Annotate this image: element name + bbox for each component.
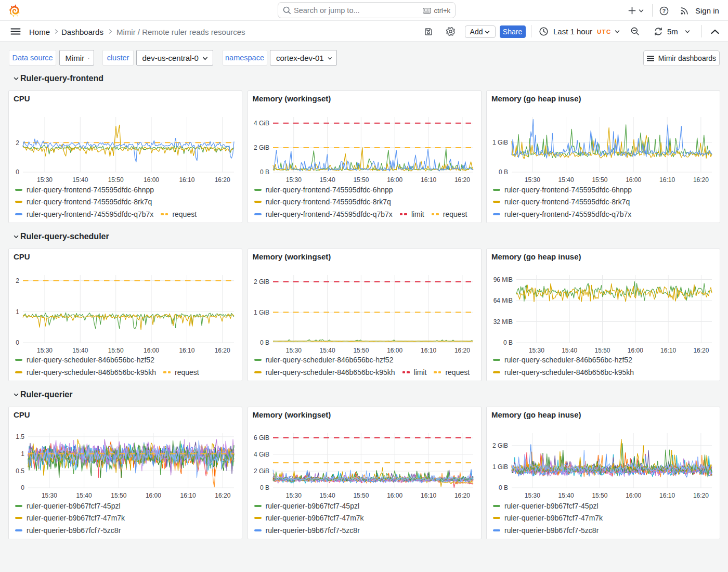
svg-text:16:10: 16:10 xyxy=(659,492,675,499)
svg-text:16:20: 16:20 xyxy=(454,176,470,184)
svg-text:16:20: 16:20 xyxy=(215,347,230,354)
svg-text:4 GiB: 4 GiB xyxy=(253,120,269,127)
svg-text:15:50: 15:50 xyxy=(353,492,369,499)
svg-text:16:00: 16:00 xyxy=(144,347,159,354)
svg-text:0: 0 xyxy=(21,484,24,491)
svg-text:2 GiB: 2 GiB xyxy=(253,278,269,285)
svg-text:16:00: 16:00 xyxy=(387,347,402,354)
svg-text:2 GiB: 2 GiB xyxy=(492,442,508,449)
svg-text:16:20: 16:20 xyxy=(215,176,230,184)
svg-text:15:40: 15:40 xyxy=(558,176,574,184)
svg-text:15:30: 15:30 xyxy=(285,492,301,499)
svg-text:16:10: 16:10 xyxy=(179,176,194,184)
svg-text:16:00: 16:00 xyxy=(387,176,402,184)
svg-text:15:30: 15:30 xyxy=(37,176,53,184)
svg-text:1.5: 1.5 xyxy=(16,433,24,440)
svg-text:15:50: 15:50 xyxy=(353,347,369,354)
svg-text:0 B: 0 B xyxy=(259,484,269,491)
svg-text:15:30: 15:30 xyxy=(285,347,301,354)
svg-text:16:10: 16:10 xyxy=(659,176,675,184)
svg-text:16:10: 16:10 xyxy=(421,492,436,499)
svg-text:0.5: 0.5 xyxy=(16,467,24,475)
svg-text:0 B: 0 B xyxy=(259,168,269,176)
svg-text:96 MiB: 96 MiB xyxy=(493,276,513,283)
svg-text:1 GiB: 1 GiB xyxy=(253,309,269,316)
svg-text:16:20: 16:20 xyxy=(693,347,709,354)
svg-text:?: ? xyxy=(662,8,666,14)
svg-text:16:20: 16:20 xyxy=(693,176,709,184)
svg-text:16:10: 16:10 xyxy=(660,347,676,354)
svg-text:15:40: 15:40 xyxy=(319,347,335,354)
svg-text:15:50: 15:50 xyxy=(594,347,610,354)
svg-text:16:00: 16:00 xyxy=(626,492,641,499)
svg-text:1 GiB: 1 GiB xyxy=(492,463,508,471)
svg-text:15:40: 15:40 xyxy=(72,347,88,354)
svg-text:1: 1 xyxy=(16,308,19,316)
svg-text:15:30: 15:30 xyxy=(37,347,53,354)
svg-text:16:20: 16:20 xyxy=(215,492,230,499)
svg-text:15:50: 15:50 xyxy=(592,492,607,499)
svg-text:16:10: 16:10 xyxy=(179,347,194,354)
svg-text:16:20: 16:20 xyxy=(454,492,470,499)
svg-text:1: 1 xyxy=(21,450,24,458)
svg-text:0 B: 0 B xyxy=(259,339,269,346)
svg-text:1 GiB: 1 GiB xyxy=(492,139,508,146)
svg-text:2: 2 xyxy=(16,139,19,147)
svg-text:16:10: 16:10 xyxy=(180,492,196,499)
svg-text:0: 0 xyxy=(16,339,19,346)
svg-text:2 GiB: 2 GiB xyxy=(253,467,269,475)
svg-text:2: 2 xyxy=(16,277,19,284)
svg-text:0 B: 0 B xyxy=(499,484,508,491)
svg-text:15:40: 15:40 xyxy=(562,347,577,354)
svg-text:4 GiB: 4 GiB xyxy=(253,451,269,458)
svg-text:15:40: 15:40 xyxy=(76,492,92,499)
svg-text:15:50: 15:50 xyxy=(592,176,607,184)
svg-text:2 GiB: 2 GiB xyxy=(253,144,269,151)
svg-text:0 B: 0 B xyxy=(503,339,513,346)
svg-text:15:50: 15:50 xyxy=(353,176,369,184)
svg-text:15:30: 15:30 xyxy=(529,347,544,354)
svg-text:15:40: 15:40 xyxy=(319,176,335,184)
svg-text:6 GiB: 6 GiB xyxy=(253,434,269,441)
svg-text:16:10: 16:10 xyxy=(421,347,436,354)
svg-text:16:00: 16:00 xyxy=(146,492,161,499)
svg-text:15:50: 15:50 xyxy=(108,176,124,184)
svg-text:16:00: 16:00 xyxy=(626,176,641,184)
svg-text:15:30: 15:30 xyxy=(42,492,57,499)
svg-text:16:00: 16:00 xyxy=(387,492,402,499)
svg-text:0 B: 0 B xyxy=(499,168,508,176)
svg-text:15:40: 15:40 xyxy=(72,176,88,184)
svg-text:32 MiB: 32 MiB xyxy=(493,318,513,326)
svg-text:15:40: 15:40 xyxy=(319,492,335,499)
svg-text:15:40: 15:40 xyxy=(558,492,574,499)
svg-text:15:30: 15:30 xyxy=(285,176,301,184)
svg-text:15:30: 15:30 xyxy=(525,176,540,184)
svg-text:15:30: 15:30 xyxy=(525,492,540,499)
svg-text:16:10: 16:10 xyxy=(421,176,436,184)
svg-text:0: 0 xyxy=(16,168,19,176)
svg-text:16:00: 16:00 xyxy=(628,347,643,354)
svg-text:15:50: 15:50 xyxy=(108,347,124,354)
svg-text:64 MiB: 64 MiB xyxy=(493,297,513,304)
svg-text:15:50: 15:50 xyxy=(111,492,126,499)
svg-text:16:20: 16:20 xyxy=(693,492,709,499)
svg-text:16:20: 16:20 xyxy=(454,347,470,354)
svg-text:16:00: 16:00 xyxy=(144,176,159,184)
